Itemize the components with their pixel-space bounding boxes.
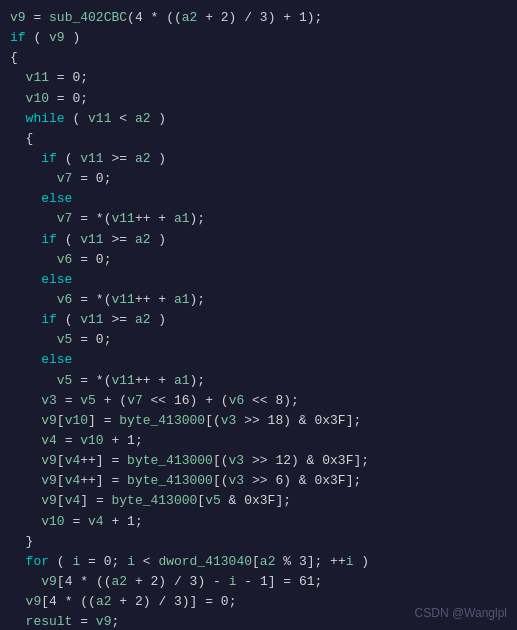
watermark: CSDN @Wanglpl (415, 606, 507, 620)
code-content: v9 = sub_402CBC(4 * ((a2 + 2) / 3) + 1);… (10, 8, 507, 630)
code-editor: v9 = sub_402CBC(4 * ((a2 + 2) / 3) + 1);… (0, 0, 517, 630)
